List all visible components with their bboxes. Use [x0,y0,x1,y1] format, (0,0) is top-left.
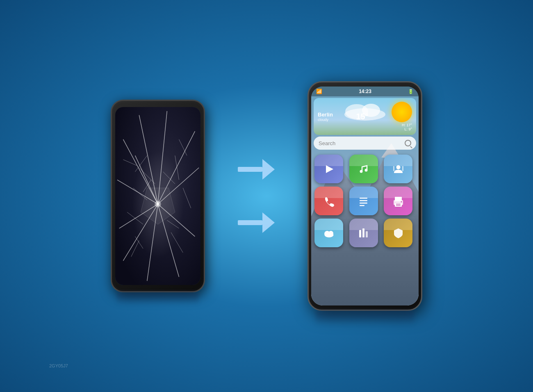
new-phone-screen: 📶 14:23 🔋 Berlin cloudy [311,87,419,305]
svg-rect-53 [396,205,401,206]
arrows-container [238,159,275,233]
svg-point-57 [328,231,333,236]
arrow-top [238,159,275,180]
main-scene: 📶 14:23 🔋 Berlin cloudy [41,20,492,372]
broken-phone-body [111,100,205,292]
svg-rect-59 [362,228,364,237]
app-cloud[interactable] [314,219,343,247]
svg-point-40 [360,170,363,173]
app-grid [311,151,419,251]
svg-rect-48 [360,205,364,206]
weather-city: Berlin [318,112,333,118]
new-phone-body: 📶 14:23 🔋 Berlin cloudy [308,81,422,311]
svg-rect-44 [402,166,403,171]
broken-phone-screen [115,107,200,285]
app-shield[interactable] [384,219,412,247]
weather-high: H: 17° L: 9° [402,123,412,131]
svg-point-54 [401,201,402,202]
search-bar[interactable]: Search [314,137,416,150]
search-placeholder: Search [319,140,335,146]
app-music[interactable] [349,155,378,183]
broken-phone [111,100,205,292]
app-list[interactable] [349,187,378,215]
status-time: 14:23 [359,89,371,94]
arrow-bottom [238,212,275,233]
weather-widget: Berlin cloudy 15° H: 17° L: 9° [314,98,416,135]
status-bar: 📶 14:23 🔋 [311,87,419,96]
svg-rect-45 [360,198,367,199]
svg-rect-46 [360,200,367,201]
battery-icon: 🔋 [408,89,414,94]
watermark: 2GY05J7 [49,363,68,368]
svg-point-41 [365,169,368,171]
broken-phone-reflection [117,292,199,305]
app-files[interactable] [349,219,378,247]
app-video[interactable] [314,155,343,183]
weather-temperature: 15° [356,112,368,121]
svg-rect-52 [396,204,401,205]
app-phone[interactable] [314,187,343,215]
new-phone-reflection [316,311,414,325]
weather-description: cloudy [318,118,333,122]
svg-marker-39 [326,165,333,173]
svg-rect-43 [393,166,394,171]
app-print[interactable] [384,187,412,215]
svg-rect-47 [360,203,367,204]
new-phone: 📶 14:23 🔋 Berlin cloudy [308,81,422,311]
wifi-icon: 📶 [316,89,322,94]
app-contacts[interactable] [384,155,412,183]
sun-icon [392,102,412,122]
search-icon [405,140,411,146]
svg-point-42 [396,165,400,169]
svg-rect-58 [359,230,361,237]
svg-rect-60 [366,231,368,237]
weather-info: Berlin cloudy [318,112,333,122]
